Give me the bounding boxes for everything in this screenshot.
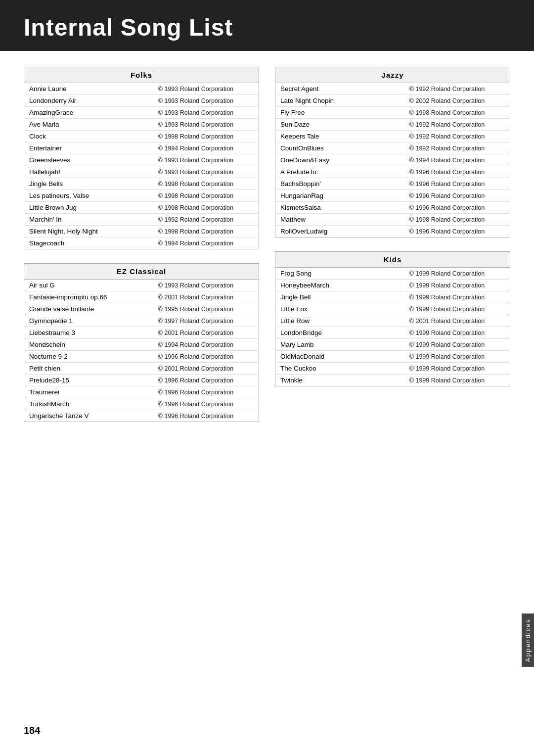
table-row: A PreludeTo:© 1996 Roland Corporation bbox=[275, 166, 510, 178]
song-copyright: © 1996 Roland Corporation bbox=[404, 166, 510, 178]
song-copyright: © 1998 Roland Corporation bbox=[404, 214, 510, 226]
table-row: Gymnopedie 1© 1997 Roland Corporation bbox=[24, 315, 259, 327]
table-1-0: JazzySecret Agent© 1992 Roland Corporati… bbox=[275, 67, 510, 237]
song-copyright: © 1992 Roland Corporation bbox=[404, 142, 510, 154]
song-name: Little Row bbox=[275, 315, 404, 327]
song-copyright: © 2001 Roland Corporation bbox=[153, 291, 259, 303]
table-row: Matthew© 1998 Roland Corporation bbox=[275, 214, 510, 226]
table-row: Grande valse brillante© 1995 Roland Corp… bbox=[24, 303, 259, 315]
table-row: HoneybeeMarch© 1999 Roland Corporation bbox=[275, 280, 510, 291]
table-row: Little Brown Jug© 1998 Roland Corporatio… bbox=[24, 202, 259, 214]
table-header-1-0: Jazzy bbox=[275, 67, 510, 83]
song-name: Silent Night, Holy Night bbox=[24, 226, 153, 237]
song-copyright: © 1996 Roland Corporation bbox=[153, 375, 259, 386]
song-name: Air sul G bbox=[24, 280, 153, 291]
song-name: Entertainer bbox=[24, 142, 153, 154]
song-name: Matthew bbox=[275, 214, 404, 226]
table-row: KismetsSalsa© 1996 Roland Corporation bbox=[275, 202, 510, 214]
song-name: Little Fox bbox=[275, 303, 404, 315]
song-name: Marchin' In bbox=[24, 214, 153, 226]
song-name: A PreludeTo: bbox=[275, 166, 404, 178]
song-copyright: © 1993 Roland Corporation bbox=[153, 166, 259, 178]
table-0-1: EZ ClassicalAir sul G© 1993 Roland Corpo… bbox=[24, 263, 259, 422]
song-copyright: © 1999 Roland Corporation bbox=[404, 291, 510, 303]
song-name: RollOverLudwig bbox=[275, 226, 404, 237]
column-1: JazzySecret Agent© 1992 Roland Corporati… bbox=[275, 67, 510, 422]
song-copyright: © 1999 Roland Corporation bbox=[404, 280, 510, 291]
song-name: Les patineurs, Valse bbox=[24, 190, 153, 202]
song-copyright: © 1993 Roland Corporation bbox=[153, 280, 259, 291]
table-row: The Cuckoo© 1999 Roland Corporation bbox=[275, 363, 510, 375]
song-copyright: © 1999 Roland Corporation bbox=[404, 351, 510, 363]
table-row: RollOverLudwig© 1996 Roland Corporation bbox=[275, 226, 510, 237]
song-name: Fantasie-impromptu op.66 bbox=[24, 291, 153, 303]
table-row: Frog Song© 1999 Roland Corporation bbox=[275, 268, 510, 280]
song-copyright: © 2001 Roland Corporation bbox=[153, 327, 259, 339]
song-name: Little Brown Jug bbox=[24, 202, 153, 214]
song-copyright: © 1993 Roland Corporation bbox=[153, 119, 259, 131]
song-name: Ave Maria bbox=[24, 119, 153, 131]
table-row: Late Night Chopin© 2002 Roland Corporati… bbox=[275, 95, 510, 107]
song-name: CountOnBlues bbox=[275, 142, 404, 154]
song-name: Annie Laurie bbox=[24, 83, 153, 95]
song-copyright: © 1994 Roland Corporation bbox=[153, 237, 259, 249]
table-header-0-1: EZ Classical bbox=[24, 264, 259, 280]
song-name: HoneybeeMarch bbox=[275, 280, 404, 291]
song-copyright: © 1996 Roland Corporation bbox=[153, 398, 259, 410]
content: FolksAnnie Laurie© 1993 Roland Corporati… bbox=[0, 67, 534, 422]
table-row: Nocturne 9-2© 1996 Roland Corporation bbox=[24, 351, 259, 363]
song-name: Stagecoach bbox=[24, 237, 153, 249]
table-row: Hallelujah!© 1993 Roland Corporation bbox=[24, 166, 259, 178]
song-copyright: © 1998 Roland Corporation bbox=[404, 107, 510, 119]
table-row: Fantasie-impromptu op.66© 2001 Roland Co… bbox=[24, 291, 259, 303]
page-title: Internal Song List bbox=[24, 14, 510, 41]
song-name: Ungarische Tanze V bbox=[24, 410, 153, 422]
song-copyright: © 1996 Roland Corporation bbox=[153, 351, 259, 363]
song-name: OldMacDonald bbox=[275, 351, 404, 363]
table-row: Jingle Bell© 1999 Roland Corporation bbox=[275, 291, 510, 303]
song-copyright: © 1992 Roland Corporation bbox=[153, 214, 259, 226]
table-row: Mary Lamb© 1999 Roland Corporation bbox=[275, 339, 510, 351]
song-copyright: © 1994 Roland Corporation bbox=[153, 142, 259, 154]
song-name: AmazingGrace bbox=[24, 107, 153, 119]
song-name: HungarianRag bbox=[275, 190, 404, 202]
table-row: Mondschein© 1994 Roland Corporation bbox=[24, 339, 259, 351]
table-row: OneDown&Easy© 1994 Roland Corporation bbox=[275, 154, 510, 166]
song-name: Grande valse brillante bbox=[24, 303, 153, 315]
table-row: Sun Daze© 1992 Roland Corporation bbox=[275, 119, 510, 131]
table-1-1: KidsFrog Song© 1999 Roland CorporationHo… bbox=[275, 251, 510, 386]
table-row: Petit chien© 2001 Roland Corporation bbox=[24, 363, 259, 375]
table-row: BachsBoppin'© 1996 Roland Corporation bbox=[275, 178, 510, 190]
table-row: Fly Free© 1998 Roland Corporation bbox=[275, 107, 510, 119]
song-copyright: © 2001 Roland Corporation bbox=[404, 315, 510, 327]
table-row: Little Fox© 1999 Roland Corporation bbox=[275, 303, 510, 315]
song-name: Nocturne 9-2 bbox=[24, 351, 153, 363]
table-row: Secret Agent© 1992 Roland Corporation bbox=[275, 83, 510, 95]
song-copyright: © 1996 Roland Corporation bbox=[404, 178, 510, 190]
song-name: Mondschein bbox=[24, 339, 153, 351]
song-copyright: © 1998 Roland Corporation bbox=[153, 178, 259, 190]
table-row: LondonBridge© 1999 Roland Corporation bbox=[275, 327, 510, 339]
song-name: Frog Song bbox=[275, 268, 404, 280]
table-row: Air sul G© 1993 Roland Corporation bbox=[24, 280, 259, 291]
song-name: Sun Daze bbox=[275, 119, 404, 131]
table-row: Londonderry Air© 1993 Roland Corporation bbox=[24, 95, 259, 107]
song-name: OneDown&Easy bbox=[275, 154, 404, 166]
song-name: Londonderry Air bbox=[24, 95, 153, 107]
song-copyright: © 1998 Roland Corporation bbox=[153, 202, 259, 214]
table-row: CountOnBlues© 1992 Roland Corporation bbox=[275, 142, 510, 154]
song-copyright: © 1999 Roland Corporation bbox=[404, 303, 510, 315]
song-copyright: © 1992 Roland Corporation bbox=[404, 83, 510, 95]
table-row: TurkishMarch© 1996 Roland Corporation bbox=[24, 398, 259, 410]
song-name: The Cuckoo bbox=[275, 363, 404, 375]
song-name: Jingle Bells bbox=[24, 178, 153, 190]
song-copyright: © 2002 Roland Corporation bbox=[404, 95, 510, 107]
table-row: Entertainer© 1994 Roland Corporation bbox=[24, 142, 259, 154]
table-row: Jingle Bells© 1998 Roland Corporation bbox=[24, 178, 259, 190]
table-row: Traumerei© 1996 Roland Corporation bbox=[24, 386, 259, 398]
table-header-1-1: Kids bbox=[275, 252, 510, 268]
table-row: HungarianRag© 1996 Roland Corporation bbox=[275, 190, 510, 202]
song-copyright: © 1997 Roland Corporation bbox=[153, 315, 259, 327]
column-0: FolksAnnie Laurie© 1993 Roland Corporati… bbox=[24, 67, 259, 422]
song-name: Prelude28-15 bbox=[24, 375, 153, 386]
